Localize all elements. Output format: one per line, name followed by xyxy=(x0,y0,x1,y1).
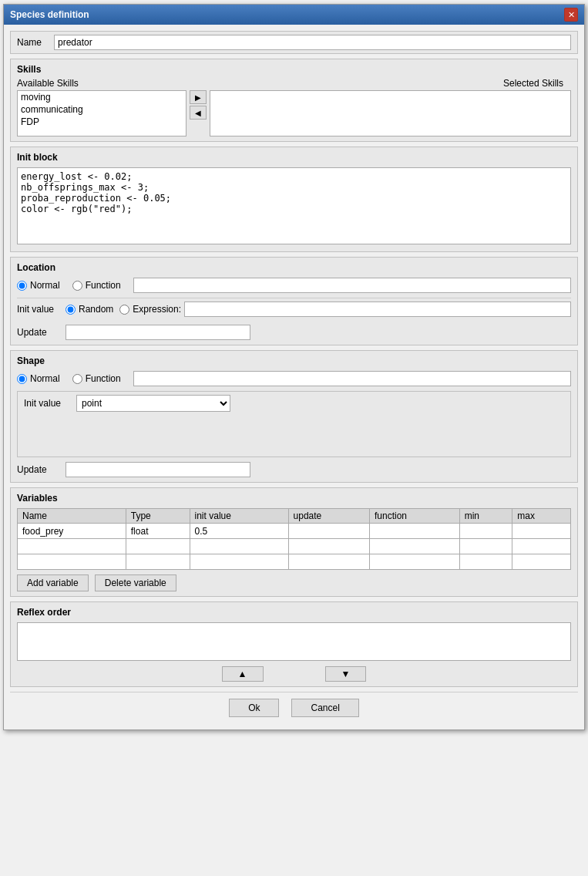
var-function xyxy=(369,524,459,539)
col-update: update xyxy=(288,509,369,524)
location-random-label: Random xyxy=(79,304,113,315)
shape-extra-area xyxy=(24,415,564,453)
location-init-value-label: Init value xyxy=(17,304,59,315)
col-name: Name xyxy=(18,509,126,524)
location-update-label: Update xyxy=(17,327,59,338)
location-function-input[interactable] xyxy=(133,278,571,293)
cancel-button[interactable]: Cancel xyxy=(291,699,358,717)
col-min: min xyxy=(459,509,512,524)
reflex-order-title: Reflex order xyxy=(17,607,571,618)
shape-normal-radio[interactable] xyxy=(17,374,27,384)
name-input[interactable] xyxy=(54,35,571,50)
var-max xyxy=(512,524,571,539)
table-row-empty2 xyxy=(18,554,571,570)
var-min xyxy=(459,524,512,539)
skills-row: moving communicating FDP ▶ ◀ xyxy=(17,90,571,136)
reflex-order-section: Reflex order ▲ ▼ xyxy=(10,601,578,687)
location-random-radio[interactable] xyxy=(66,305,76,315)
init-block-section: Init block energy_lost <- 0.02; nb_offsp… xyxy=(10,147,578,252)
table-row-empty xyxy=(18,539,571,554)
variables-table: Name Type init value update function min… xyxy=(17,508,571,570)
shape-init-value-select[interactable]: point circle square polygon xyxy=(76,395,230,412)
shape-normal-option: Normal xyxy=(17,373,60,384)
window-title: Species definition xyxy=(10,9,89,20)
col-max: max xyxy=(512,509,571,524)
location-expression-input[interactable] xyxy=(184,302,571,317)
reflex-up-button[interactable]: ▲ xyxy=(222,666,264,682)
col-init-value: init value xyxy=(190,509,288,524)
delete-variable-button[interactable]: Delete variable xyxy=(95,574,176,591)
ok-button[interactable]: Ok xyxy=(229,699,279,717)
reflex-down-button[interactable]: ▼ xyxy=(325,666,367,682)
location-expression-option: Expression: xyxy=(119,302,571,317)
var-type: float xyxy=(126,524,190,539)
table-row: food_prey float 0.5 xyxy=(18,524,571,539)
var-init-value: 0.5 xyxy=(190,524,288,539)
selected-skills-listbox[interactable] xyxy=(210,90,571,136)
shape-title: Shape xyxy=(17,355,571,366)
shape-update-input[interactable] xyxy=(66,462,250,477)
location-title: Location xyxy=(17,262,571,273)
shape-function-radio[interactable] xyxy=(72,374,82,384)
location-expression-radio[interactable] xyxy=(119,305,129,315)
bottom-buttons: Ok Cancel xyxy=(10,692,578,723)
add-variable-button[interactable]: Add variable xyxy=(17,574,89,591)
shape-normal-label: Normal xyxy=(30,373,60,384)
col-function: function xyxy=(369,509,459,524)
init-block-title: Init block xyxy=(17,152,571,163)
shape-init-value-label: Init value xyxy=(24,398,70,409)
shape-radio-row: Normal Function xyxy=(17,371,571,386)
location-expression-label: Expression: xyxy=(133,304,181,315)
location-update-row: Update xyxy=(17,325,571,340)
shape-function-input[interactable] xyxy=(133,371,571,386)
shape-section: Shape Normal Function Init value point xyxy=(10,350,578,483)
location-function-radio[interactable] xyxy=(72,281,82,291)
reflex-order-textarea[interactable] xyxy=(17,622,571,661)
shape-update-row: Update xyxy=(17,462,571,477)
var-name: food_prey xyxy=(18,524,126,539)
skill-item-moving[interactable]: moving xyxy=(18,91,186,103)
close-button[interactable]: ✕ xyxy=(564,8,578,22)
skills-arrows: ▶ ◀ xyxy=(190,90,207,120)
location-update-input[interactable] xyxy=(66,325,250,340)
skills-title: Skills xyxy=(17,64,571,75)
variable-buttons: Add variable Delete variable xyxy=(17,574,571,591)
location-normal-radio[interactable] xyxy=(17,281,27,291)
location-normal-label: Normal xyxy=(30,280,60,291)
location-random-option: Random xyxy=(66,304,113,315)
location-radio-row: Normal Function xyxy=(17,278,571,293)
init-block-textarea[interactable]: energy_lost <- 0.02; nb_offsprings_max <… xyxy=(17,167,571,244)
shape-function-option: Function xyxy=(72,373,121,384)
species-definition-window: Species definition ✕ Name Skills Availab… xyxy=(3,4,585,730)
variables-title: Variables xyxy=(17,493,571,504)
window-body: Name Skills Available Skills Selected Sk… xyxy=(4,25,584,729)
name-label: Name xyxy=(17,37,48,48)
add-skill-button[interactable]: ▶ xyxy=(190,90,207,104)
selected-skills-label: Selected Skills xyxy=(503,78,563,89)
skills-section: Skills Available Skills Selected Skills … xyxy=(10,59,578,142)
location-function-label: Function xyxy=(86,280,121,291)
variables-section: Variables Name Type init value update fu… xyxy=(10,487,578,597)
skill-item-fdp[interactable]: FDP xyxy=(18,116,186,128)
shape-init-row: Init value point circle square polygon xyxy=(24,395,564,412)
location-function-option: Function xyxy=(72,280,121,291)
available-skills-listbox[interactable]: moving communicating FDP xyxy=(17,90,186,136)
skill-item-communicating[interactable]: communicating xyxy=(18,103,186,116)
name-section: Name xyxy=(10,31,578,54)
col-type: Type xyxy=(126,509,190,524)
available-skills-label: Available Skills xyxy=(17,78,79,89)
title-bar: Species definition ✕ xyxy=(4,5,584,25)
location-normal-option: Normal xyxy=(17,280,60,291)
var-update xyxy=(288,524,369,539)
remove-skill-button[interactable]: ◀ xyxy=(190,106,207,120)
location-section: Location Normal Function Init value Rand… xyxy=(10,257,578,345)
shape-update-label: Update xyxy=(17,464,59,475)
location-init-value-row: Init value Random Expression: xyxy=(17,298,571,320)
shape-inner: Init value point circle square polygon xyxy=(17,391,571,457)
reflex-buttons: ▲ ▼ xyxy=(17,666,571,682)
shape-function-label: Function xyxy=(86,373,121,384)
